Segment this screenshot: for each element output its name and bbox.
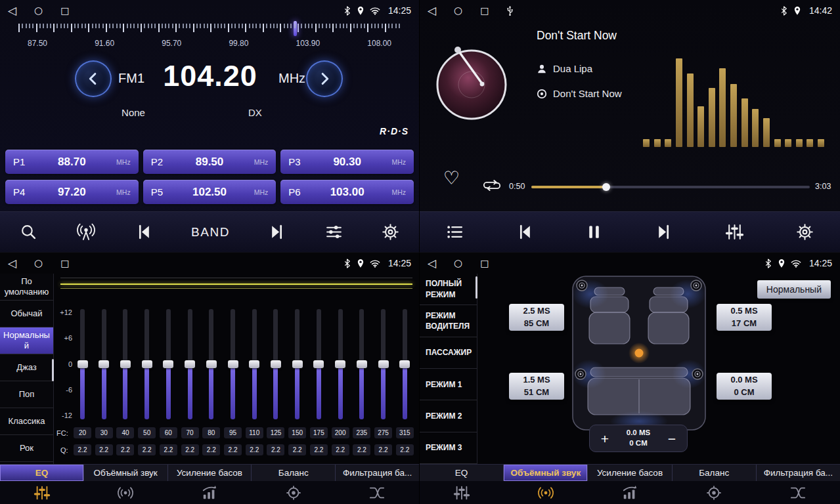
eq-slider-handle[interactable] bbox=[335, 360, 345, 368]
audio-tab[interactable]: Фильтрация ба... bbox=[336, 465, 419, 481]
eq-band-slider[interactable] bbox=[202, 309, 220, 419]
audio-tab[interactable]: Объёмный звук bbox=[84, 465, 168, 481]
eq-slider-handle[interactable] bbox=[77, 360, 88, 368]
frequency-ruler[interactable]: 87.5091.6095.7099.80103.90108.00 bbox=[18, 24, 401, 55]
sound-mode-item[interactable]: РЕЖИМ 3 bbox=[420, 432, 477, 464]
eq-preset-item[interactable]: По умолчанию bbox=[0, 274, 53, 301]
repeat-button[interactable] bbox=[483, 177, 501, 196]
back-icon[interactable]: ◁ bbox=[428, 258, 436, 269]
decrease-delay-button[interactable]: − bbox=[661, 432, 683, 446]
sound-mode-item[interactable]: РЕЖИМ 1 bbox=[420, 369, 477, 400]
next-track-button[interactable] bbox=[655, 223, 673, 241]
eq-slider-handle[interactable] bbox=[142, 360, 152, 368]
eq-slider-handle[interactable] bbox=[120, 360, 131, 368]
eq-band-slider[interactable] bbox=[160, 309, 177, 419]
sound-mode-item[interactable]: ПОЛНЫЙ РЕЖИМ bbox=[420, 274, 477, 305]
eq-slider-handle[interactable] bbox=[271, 360, 281, 368]
seek-handle[interactable] bbox=[602, 183, 610, 191]
eq-band-slider[interactable] bbox=[267, 309, 284, 419]
surround-tab-icon[interactable] bbox=[504, 481, 588, 504]
eq-preset-item[interactable]: Нормальный bbox=[0, 327, 53, 354]
eq-band-slider[interactable] bbox=[138, 309, 156, 419]
delay-front-left-button[interactable]: 2.5 MS 85 CM bbox=[509, 304, 564, 331]
audio-tab[interactable]: Объёмный звук bbox=[504, 465, 588, 481]
eq-slider-handle[interactable] bbox=[99, 360, 109, 368]
eq-preset-item[interactable]: Обычай bbox=[0, 301, 53, 327]
delay-front-right-button[interactable]: 0.5 MS 17 CM bbox=[717, 304, 772, 331]
eq-preset-item[interactable]: Поп bbox=[0, 381, 53, 408]
eq-band-slider[interactable] bbox=[95, 309, 113, 419]
preset-button-p4[interactable]: P497.20MHz bbox=[5, 180, 139, 204]
eq-band-slider[interactable] bbox=[288, 309, 306, 419]
audio-settings-button[interactable] bbox=[325, 223, 343, 241]
preset-button-p3[interactable]: P390.30MHz bbox=[280, 150, 414, 174]
home-icon[interactable]: ○ bbox=[454, 6, 462, 16]
recents-icon[interactable]: □ bbox=[480, 259, 489, 268]
scan-button[interactable] bbox=[20, 223, 37, 241]
audio-tab[interactable]: Баланс bbox=[252, 465, 336, 481]
settings-button[interactable] bbox=[796, 223, 814, 241]
eq-preset-item[interactable]: Классика bbox=[0, 408, 53, 435]
tune-down-button[interactable] bbox=[75, 60, 112, 97]
playlist-button[interactable] bbox=[446, 223, 464, 241]
bass-boost-tab-icon[interactable] bbox=[588, 481, 672, 504]
eq-band-slider[interactable] bbox=[332, 309, 349, 419]
eq-tab-icon[interactable] bbox=[0, 481, 84, 504]
eq-preset-item[interactable]: Джаз bbox=[0, 354, 53, 381]
eq-slider-handle[interactable] bbox=[185, 360, 195, 368]
recents-icon[interactable]: □ bbox=[60, 259, 69, 268]
next-station-button[interactable] bbox=[269, 223, 286, 241]
eq-band-slider[interactable] bbox=[246, 309, 263, 419]
eq-slider-handle[interactable] bbox=[378, 360, 389, 368]
eq-slider-handle[interactable] bbox=[249, 360, 259, 368]
eq-band-slider[interactable] bbox=[396, 309, 414, 419]
eq-slider-handle[interactable] bbox=[163, 360, 173, 368]
eq-slider-handle[interactable] bbox=[206, 360, 217, 368]
eq-band-slider[interactable] bbox=[310, 309, 328, 419]
eq-band-slider[interactable] bbox=[181, 309, 199, 419]
eq-band-slider[interactable] bbox=[224, 309, 242, 419]
sound-profile-button[interactable]: Нормальный bbox=[757, 280, 831, 299]
back-icon[interactable]: ◁ bbox=[428, 5, 436, 16]
broadcast-button[interactable] bbox=[76, 223, 96, 241]
eq-tab-icon[interactable] bbox=[420, 481, 504, 504]
home-icon[interactable]: ○ bbox=[34, 259, 43, 268]
settings-button[interactable] bbox=[382, 223, 399, 241]
crossover-tab-icon[interactable] bbox=[335, 481, 419, 504]
back-icon[interactable]: ◁ bbox=[8, 258, 16, 269]
eq-slider-handle[interactable] bbox=[292, 360, 303, 368]
preset-button-p5[interactable]: P5102.50MHz bbox=[143, 180, 276, 204]
tune-up-button[interactable] bbox=[306, 60, 343, 97]
recents-icon[interactable]: □ bbox=[480, 6, 489, 15]
audio-tab[interactable]: Усиление басов bbox=[588, 465, 672, 481]
home-icon[interactable]: ○ bbox=[34, 6, 43, 16]
delay-rear-left-button[interactable]: 1.5 MS 51 CM bbox=[509, 373, 564, 400]
audio-tab[interactable]: Усиление басов bbox=[168, 465, 252, 481]
eq-slider-handle[interactable] bbox=[228, 360, 238, 368]
audio-tab[interactable]: EQ bbox=[420, 465, 504, 481]
back-icon[interactable]: ◁ bbox=[8, 5, 16, 16]
bass-boost-tab-icon[interactable] bbox=[167, 481, 252, 504]
sound-mode-item[interactable]: РЕЖИМ 2 bbox=[420, 400, 477, 432]
eq-slider-handle[interactable] bbox=[313, 360, 324, 368]
delay-rear-right-button[interactable]: 0.0 MS 0 CM bbox=[717, 373, 772, 400]
eq-band-slider[interactable] bbox=[74, 309, 91, 419]
eq-slider-handle[interactable] bbox=[357, 360, 367, 368]
previous-station-button[interactable] bbox=[135, 223, 152, 241]
eq-band-slider[interactable] bbox=[116, 309, 134, 419]
sidebar-scrollbar[interactable] bbox=[475, 276, 477, 299]
preset-button-p2[interactable]: P289.50MHz bbox=[143, 150, 276, 174]
recents-icon[interactable]: □ bbox=[60, 6, 69, 15]
sound-mode-item[interactable]: ПАССАЖИР bbox=[420, 337, 477, 369]
increase-delay-button[interactable]: + bbox=[594, 432, 616, 446]
audio-tab[interactable]: EQ bbox=[0, 465, 84, 481]
eq-band-slider[interactable] bbox=[374, 309, 392, 419]
audio-tab[interactable]: Фильтрация ба... bbox=[757, 465, 840, 481]
pause-button[interactable] bbox=[585, 223, 603, 241]
balance-tab-icon[interactable] bbox=[672, 481, 756, 504]
previous-track-button[interactable] bbox=[516, 223, 533, 241]
eq-preset-item[interactable]: Рок bbox=[0, 435, 53, 462]
seek-bar[interactable] bbox=[531, 186, 810, 188]
surround-tab-icon[interactable] bbox=[84, 481, 168, 504]
balance-tab-icon[interactable] bbox=[252, 481, 336, 504]
